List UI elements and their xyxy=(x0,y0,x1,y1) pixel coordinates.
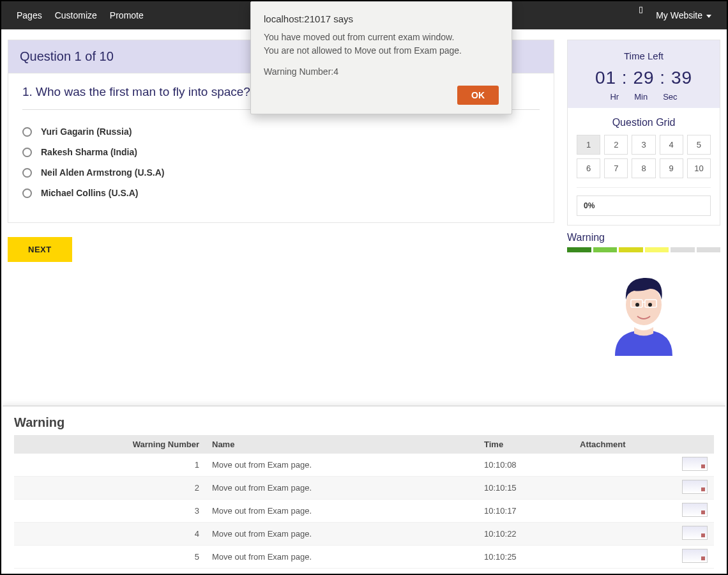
cell-name: Move out from Exam page. xyxy=(206,523,478,546)
nav-pages[interactable]: Pages xyxy=(17,10,42,20)
option-row[interactable]: Michael Collins (U.S.A) xyxy=(22,183,540,203)
timer-hr: 01 xyxy=(595,68,616,88)
cell-name: Move out from Exam page. xyxy=(206,500,478,523)
cell-time: 10:10:17 xyxy=(478,500,573,523)
option-label: Rakesh Sharma (India) xyxy=(41,147,137,157)
mobile-icon[interactable]: ▯ xyxy=(639,4,643,14)
attachment-thumbnail[interactable] xyxy=(682,549,708,563)
cell-time: 10:10:25 xyxy=(478,546,573,569)
radio-icon[interactable] xyxy=(22,188,32,198)
attachment-thumbnail[interactable] xyxy=(682,480,708,494)
warn-bar-5 xyxy=(671,247,695,252)
alert-warning-number: Warning Number:4 xyxy=(264,66,499,77)
grid-cell-7[interactable]: 7 xyxy=(604,158,628,178)
col-warning-number: Warning Number xyxy=(14,435,206,454)
cell-name: Move out from Exam page. xyxy=(206,454,478,477)
warning-label: Warning xyxy=(567,232,720,243)
col-attachment: Attachment xyxy=(573,435,714,454)
attachment-thumbnail[interactable] xyxy=(682,457,708,471)
progress-percent: 0% xyxy=(577,195,711,216)
table-row: 1 Move out from Exam page. 10:10:08 xyxy=(14,454,714,477)
timer-value: 01 : 29 : 39 xyxy=(573,68,715,88)
cell-num: 2 xyxy=(14,477,206,500)
timer-title: Time Left xyxy=(573,50,715,61)
warning-meter: Warning xyxy=(567,232,720,252)
attachment-thumbnail[interactable] xyxy=(682,526,708,540)
radio-icon[interactable] xyxy=(22,168,32,178)
warn-bar-6 xyxy=(697,247,721,252)
table-row: 3 Move out from Exam page. 10:10:17 xyxy=(14,500,714,523)
table-row: 2 Move out from Exam page. 10:10:15 xyxy=(14,477,714,500)
question-grid: 1 2 3 4 5 6 7 8 9 10 xyxy=(568,135,720,187)
svg-point-2 xyxy=(648,303,652,307)
radio-icon[interactable] xyxy=(22,148,32,157)
cell-time: 10:10:15 xyxy=(478,477,573,500)
svg-point-1 xyxy=(635,303,639,307)
timer-label-hr: Hr xyxy=(610,92,619,102)
grid-cell-10[interactable]: 10 xyxy=(687,158,711,178)
grid-cell-1[interactable]: 1 xyxy=(577,135,600,155)
nav-promote[interactable]: Promote xyxy=(110,10,144,20)
option-label: Michael Collins (U.S.A) xyxy=(41,188,138,198)
next-button[interactable]: NEXT xyxy=(8,237,72,262)
cell-time: 10:10:22 xyxy=(478,523,573,546)
col-name: Name xyxy=(206,435,478,454)
warn-bar-1 xyxy=(567,247,591,252)
proctor-avatar xyxy=(567,260,720,356)
option-label: Yuri Gagarin (Russia) xyxy=(41,126,132,137)
warning-table: Warning Number Name Time Attachment 1 Mo… xyxy=(14,435,714,569)
cell-num: 5 xyxy=(14,546,206,569)
warning-heading: Warning xyxy=(14,415,714,430)
radio-icon[interactable] xyxy=(22,127,32,137)
option-row[interactable]: Yuri Gagarin (Russia) xyxy=(22,121,540,142)
grid-cell-5[interactable]: 5 xyxy=(687,135,711,155)
alert-line1: You have moved out from current exam win… xyxy=(264,31,499,44)
timer-label-sec: Sec xyxy=(663,92,677,102)
col-time: Time xyxy=(478,435,573,454)
grid-title: Question Grid xyxy=(568,108,720,135)
option-row[interactable]: Neil Alden Armstrong (U.S.A) xyxy=(22,162,540,183)
timer-label-min: Min xyxy=(634,92,648,102)
timer-card: Time Left 01 : 29 : 39 Hr Min Sec Questi… xyxy=(567,40,720,226)
cell-num: 4 xyxy=(14,523,206,546)
option-label: Neil Alden Armstrong (U.S.A) xyxy=(41,167,164,178)
grid-cell-3[interactable]: 3 xyxy=(632,135,655,155)
grid-cell-8[interactable]: 8 xyxy=(632,158,655,178)
grid-cell-6[interactable]: 6 xyxy=(577,158,600,178)
ok-button[interactable]: OK xyxy=(457,86,499,105)
cell-num: 1 xyxy=(14,454,206,477)
option-row[interactable]: Rakesh Sharma (India) xyxy=(22,142,540,162)
nav-customize[interactable]: Customize xyxy=(55,10,97,20)
cell-name: Move out from Exam page. xyxy=(206,477,478,500)
site-dropdown[interactable]: My Website xyxy=(656,10,711,20)
cell-num: 3 xyxy=(14,500,206,523)
grid-cell-4[interactable]: 4 xyxy=(660,135,683,155)
warning-panel: Warning Warning Number Name Time Attachm… xyxy=(3,406,725,572)
timer-min: 29 xyxy=(633,68,654,88)
attachment-thumbnail[interactable] xyxy=(682,503,708,517)
grid-cell-2[interactable]: 2 xyxy=(604,135,628,155)
table-row: 5 Move out from Exam page. 10:10:25 xyxy=(14,546,714,569)
warn-bar-2 xyxy=(593,247,618,252)
alert-line2: You are not allowed to Move out from Exa… xyxy=(264,44,499,57)
alert-dialog: localhost:21017 says You have moved out … xyxy=(250,1,512,114)
warn-bar-4 xyxy=(645,247,669,252)
table-row: 4 Move out from Exam page. 10:10:22 xyxy=(14,523,714,546)
grid-cell-9[interactable]: 9 xyxy=(660,158,683,178)
cell-name: Move out from Exam page. xyxy=(206,546,478,569)
timer-sec: 39 xyxy=(671,68,692,88)
cell-time: 10:10:08 xyxy=(478,454,573,477)
alert-title: localhost:21017 says xyxy=(264,13,499,24)
warn-bar-3 xyxy=(619,247,643,252)
